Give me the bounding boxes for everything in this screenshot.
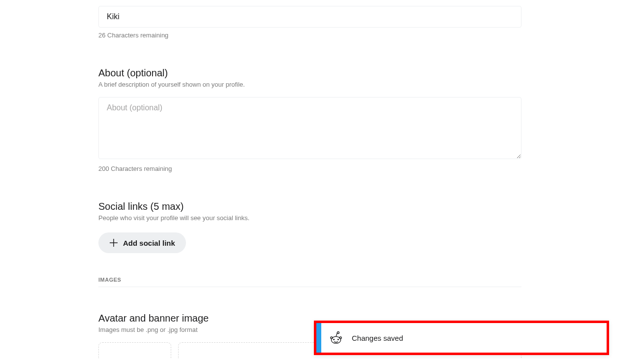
- svg-point-7: [333, 339, 335, 340]
- svg-point-8: [337, 339, 339, 340]
- add-social-link-label: Add social link: [123, 239, 175, 247]
- toast-accent-bar: [316, 323, 321, 353]
- toast-message: Changes saved: [352, 334, 403, 342]
- about-heading: About (optional): [98, 67, 521, 79]
- images-category-label: IMAGES: [98, 277, 521, 287]
- social-desc: People who visit your profile will see y…: [98, 214, 521, 222]
- about-remaining: 200 Characters remaining: [98, 165, 521, 172]
- avatar-upload[interactable]: [98, 342, 171, 359]
- svg-point-10: [339, 337, 341, 339]
- about-section: About (optional) A brief description of …: [98, 67, 521, 172]
- reddit-snoo-icon: [329, 331, 343, 345]
- display-name-section: 26 Characters remaining: [98, 0, 521, 39]
- changes-saved-toast: Changes saved: [314, 321, 609, 355]
- display-name-remaining: 26 Characters remaining: [98, 32, 521, 39]
- about-desc: A brief description of yourself shown on…: [98, 81, 521, 88]
- svg-point-9: [331, 337, 333, 339]
- social-links-section: Social links (5 max) People who visit yo…: [98, 201, 521, 253]
- about-textarea[interactable]: [98, 97, 521, 159]
- social-heading: Social links (5 max): [98, 201, 521, 212]
- plus-icon: [109, 238, 118, 247]
- display-name-input[interactable]: [98, 6, 521, 28]
- svg-point-11: [337, 331, 339, 333]
- add-social-link-button[interactable]: Add social link: [98, 232, 186, 253]
